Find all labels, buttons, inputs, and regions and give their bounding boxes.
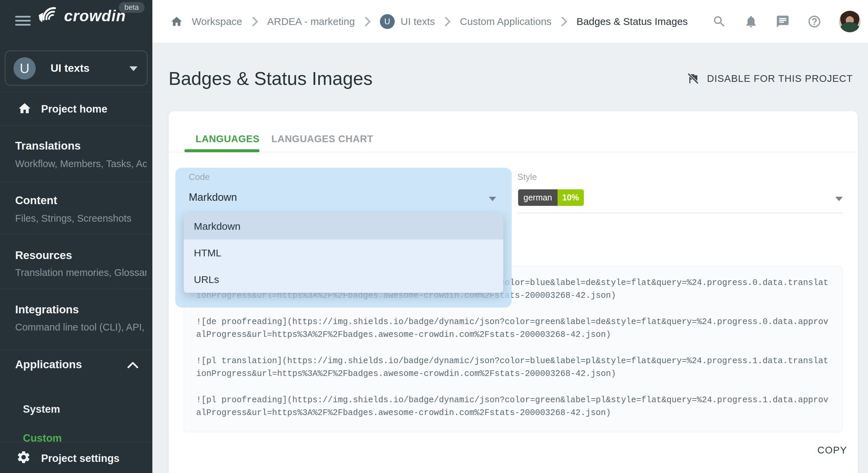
sidebar-item-translations[interactable]: Translations Workflow, Members, Tasks, A… bbox=[0, 125, 152, 182]
home-icon[interactable] bbox=[170, 15, 183, 28]
tab-languages[interactable]: LANGUAGES bbox=[196, 133, 260, 145]
home-icon bbox=[18, 101, 32, 116]
page-title: Badges & Status Images bbox=[169, 68, 372, 89]
sidebar-item-applications[interactable]: Applications bbox=[15, 358, 82, 371]
code-paragraph: ![de proofreading](https://img.shields.i… bbox=[196, 316, 830, 341]
tabs-divider bbox=[169, 152, 858, 152]
badge-language-label: german bbox=[518, 189, 558, 206]
active-tab-indicator bbox=[184, 149, 260, 152]
beta-badge: beta bbox=[119, 2, 145, 13]
code-select-dropdown: Markdown HTML URLs bbox=[184, 213, 503, 293]
disable-for-project-button[interactable]: DISABLE FOR THIS PROJECT bbox=[687, 72, 853, 85]
chevron-down-icon[interactable] bbox=[835, 197, 843, 201]
logo-wordmark: crowdin bbox=[64, 7, 126, 25]
user-avatar[interactable] bbox=[839, 11, 861, 32]
code-field-label: Code bbox=[189, 172, 210, 182]
project-avatar: U bbox=[13, 57, 36, 80]
sidebar: crowdin beta U UI texts Project home Tra… bbox=[0, 0, 152, 473]
messages-chat-icon[interactable] bbox=[776, 14, 790, 29]
breadcrumb-workspace[interactable]: Workspace bbox=[192, 16, 242, 27]
chevron-up-icon[interactable] bbox=[127, 361, 139, 369]
project-name: UI texts bbox=[51, 62, 90, 74]
main-content: Badges & Status Images DISABLE FOR THIS … bbox=[152, 43, 868, 473]
chevron-right-icon bbox=[251, 17, 259, 27]
sidebar-item-project-home[interactable]: Project home bbox=[0, 92, 152, 125]
project-avatar-small: U bbox=[380, 14, 395, 29]
breadcrumb-custom-applications[interactable]: Custom Applications bbox=[460, 16, 551, 27]
gear-icon bbox=[16, 450, 31, 465]
dropdown-option-markdown[interactable]: Markdown bbox=[184, 213, 503, 240]
search-icon[interactable] bbox=[712, 14, 726, 29]
flag-off-icon bbox=[687, 72, 699, 85]
crowdin-logo-icon bbox=[37, 6, 61, 26]
dropdown-option-html[interactable]: HTML bbox=[184, 240, 503, 266]
notifications-bell-icon[interactable] bbox=[744, 14, 758, 29]
badge-preview[interactable]: german 10% bbox=[518, 189, 584, 206]
sidebar-item-integrations[interactable]: Integrations Command line tool (CLI), AP… bbox=[0, 289, 152, 349]
style-select-underline bbox=[517, 213, 843, 213]
chevron-down-icon[interactable] bbox=[489, 197, 496, 201]
code-paragraph: ![pl proofreading](https://img.shields.i… bbox=[196, 394, 830, 419]
copy-button[interactable]: COPY bbox=[811, 441, 853, 459]
badge-progress-value: 10% bbox=[558, 189, 584, 206]
top-bar: Workspace ARDEA - marketing U UI texts C… bbox=[152, 0, 868, 43]
tab-languages-chart[interactable]: LANGUAGES CHART bbox=[271, 133, 373, 145]
top-bar-actions bbox=[712, 0, 861, 43]
dropdown-option-urls[interactable]: URLs bbox=[184, 266, 503, 293]
crowdin-app: crowdin beta U UI texts Project home Tra… bbox=[0, 0, 868, 473]
sidebar-group-applications: Applications System Custom bbox=[0, 349, 152, 442]
code-select[interactable]: Markdown bbox=[189, 191, 237, 203]
chevron-right-icon bbox=[364, 17, 371, 27]
crowdin-logo[interactable]: crowdin bbox=[37, 6, 126, 26]
chevron-down-icon bbox=[129, 66, 138, 71]
breadcrumb: Workspace ARDEA - marketing U UI texts C… bbox=[170, 0, 688, 43]
sidebar-item-resources[interactable]: Resources Translation memories, Glossari… bbox=[0, 234, 152, 289]
help-icon[interactable] bbox=[807, 14, 821, 29]
menu-icon[interactable] bbox=[15, 16, 31, 27]
chevron-right-icon bbox=[560, 17, 568, 27]
project-selector[interactable]: U UI texts bbox=[5, 51, 148, 86]
chevron-right-icon bbox=[444, 17, 451, 27]
breadcrumb-ui-texts[interactable]: U UI texts bbox=[380, 14, 435, 29]
code-paragraph: ![pl translation](https://img.shields.io… bbox=[196, 355, 830, 380]
sidebar-item-project-settings[interactable]: Project settings bbox=[0, 442, 152, 473]
breadcrumb-project[interactable]: ARDEA - marketing bbox=[267, 16, 355, 27]
breadcrumb-current-page: Badges & Status Images bbox=[576, 16, 688, 27]
style-field-label: Style bbox=[517, 172, 537, 182]
sidebar-item-system[interactable]: System bbox=[23, 403, 60, 415]
sidebar-item-content[interactable]: Content Files, Strings, Screenshots bbox=[0, 182, 152, 234]
